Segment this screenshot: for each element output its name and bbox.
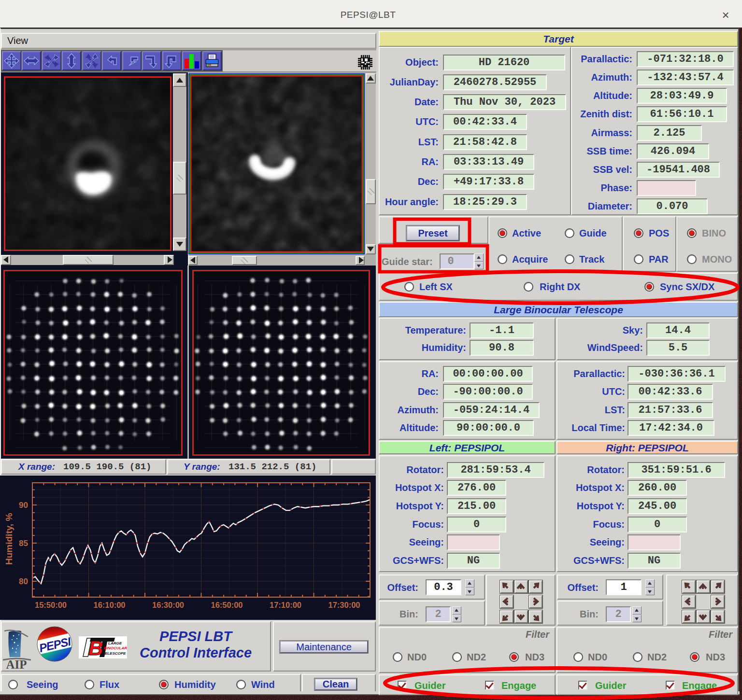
svg-text:LARGE: LARGE xyxy=(108,641,122,645)
svg-text:TELESCOPE: TELESCOPE xyxy=(102,651,126,656)
svg-text:Humidity, %: Humidity, % xyxy=(4,513,14,565)
svg-text:16:50:00: 16:50:00 xyxy=(211,601,243,609)
svg-text:15:50:00: 15:50:00 xyxy=(35,601,67,609)
svg-text:90: 90 xyxy=(19,501,28,510)
svg-text:17:30:00: 17:30:00 xyxy=(328,601,360,609)
svg-text:16:30:00: 16:30:00 xyxy=(152,601,184,609)
svg-text:BINOCULAR: BINOCULAR xyxy=(104,646,127,650)
svg-text:80: 80 xyxy=(19,577,28,586)
svg-text:B: B xyxy=(88,637,103,658)
svg-text:85: 85 xyxy=(19,539,28,548)
svg-text:AIP: AIP xyxy=(6,658,27,670)
svg-text:16:10:00: 16:10:00 xyxy=(93,601,125,609)
svg-text:17:10:00: 17:10:00 xyxy=(270,601,301,609)
